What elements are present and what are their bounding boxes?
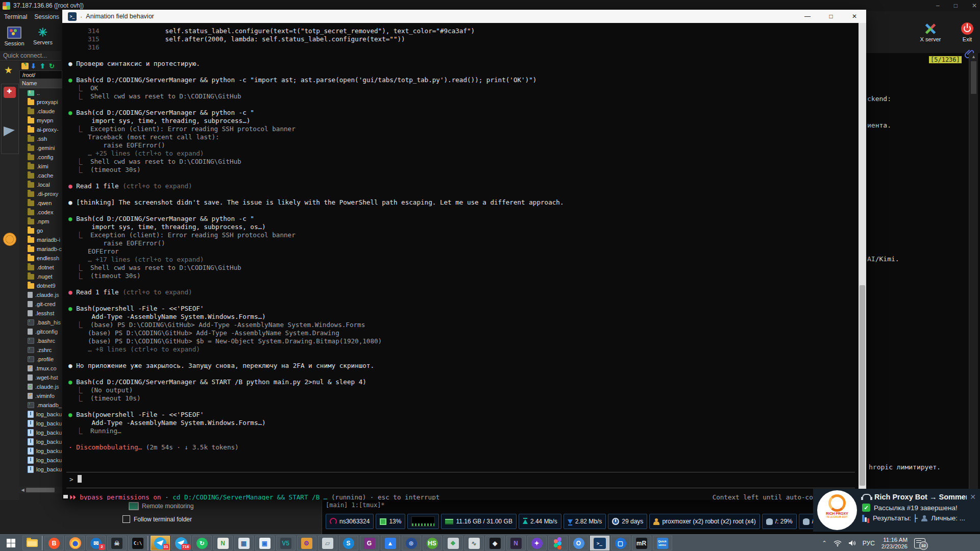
anydesk-button[interactable]: ▢ — [611, 536, 630, 550]
file-row[interactable]: .wget-hst — [19, 373, 62, 382]
file-row[interactable]: .claude.js — [19, 290, 62, 299]
file-row[interactable]: .gemini — [19, 143, 62, 153]
file-row[interactable]: log_backu — [19, 410, 62, 419]
file-row[interactable]: .tmux.co — [19, 364, 62, 373]
telegram-notification[interactable]: RICH PROXY TELEGRAM-BOT Rich Proxy Bot →… — [813, 489, 980, 532]
file-row[interactable]: .kimi — [19, 162, 62, 171]
terminal-scrollbar[interactable] — [859, 23, 866, 500]
firefox-browser-button[interactable] — [65, 536, 85, 550]
close-icon[interactable]: ✕ — [972, 2, 977, 9]
scroll-left-icon[interactable]: ◀ — [19, 488, 26, 492]
photos-app-button[interactable]: ▲ — [381, 536, 400, 550]
parent-folder-icon[interactable] — [21, 63, 29, 69]
monitor-graph-app-button[interactable]: ∿ — [464, 536, 484, 550]
blue-swirl-app-button[interactable]: S — [339, 536, 358, 550]
file-row[interactable]: go — [19, 226, 62, 235]
maximize-icon[interactable]: □ — [954, 2, 958, 9]
file-row[interactable]: .profile — [19, 355, 62, 364]
follow-terminal-folder-option[interactable]: Follow terminal folder — [122, 515, 192, 523]
wifi-icon[interactable] — [834, 540, 842, 546]
sftp-horizontal-scrollbar[interactable]: ◀ — [19, 487, 62, 493]
file-row[interactable]: .qwen — [19, 198, 62, 208]
quick-utmo-button[interactable]: Quick utmo — [653, 536, 672, 550]
file-row[interactable]: .. — [19, 88, 62, 97]
file-row[interactable]: ai-proxy- — [19, 125, 62, 134]
file-row[interactable]: .local — [19, 180, 62, 189]
brave-browser-button[interactable]: B — [44, 536, 64, 550]
proxy-hacker-app-button[interactable]: ☠ — [107, 536, 127, 550]
quick-connect-input[interactable]: Quick connect... — [0, 51, 61, 61]
file-row[interactable]: .config — [19, 153, 62, 162]
telegram-primary-button[interactable]: 31 — [151, 536, 170, 550]
scrollbar-thumb[interactable] — [971, 61, 976, 94]
file-row[interactable]: .gitconfig — [19, 327, 62, 336]
file-row[interactable]: .lesshst — [19, 309, 62, 318]
session-button[interactable]: Session — [0, 22, 29, 50]
scroll-up-icon[interactable]: ▲ — [969, 53, 978, 60]
file-row[interactable]: log_backu — [19, 465, 62, 474]
cube-3d-app-button[interactable]: ◆ — [485, 536, 505, 550]
file-row[interactable]: .ssh — [19, 134, 62, 143]
file-row[interactable]: proxyapi — [19, 97, 62, 107]
file-row[interactable]: log_backu — [19, 446, 62, 456]
thunderbird-mail-button[interactable]: ✉2 — [86, 536, 106, 550]
refresh-icon[interactable]: ↻ — [49, 63, 56, 69]
capture-tools-button[interactable]: ⚙ — [297, 536, 316, 550]
octopus-app-button[interactable]: ⊛ — [402, 536, 421, 550]
maximize-icon[interactable]: □ — [819, 10, 843, 23]
speaker-icon[interactable] — [848, 540, 856, 546]
file-row[interactable]: log_backu — [19, 428, 62, 437]
exit-button[interactable]: Exit — [951, 22, 980, 42]
tray-cl[interactable]: 11:16 AM 2/23/2026 — [881, 537, 908, 550]
moba-terminal-scrollbar[interactable]: ▲ — [969, 53, 978, 500]
file-row[interactable]: dotnet9 — [19, 281, 62, 290]
file-row[interactable]: mariadb-c — [19, 244, 62, 254]
upload-icon[interactable]: ⬆ — [40, 63, 47, 69]
file-row[interactable]: log_backu — [19, 437, 62, 446]
scrollbar-thumb[interactable] — [26, 488, 55, 492]
calculator-button[interactable]: ▦ — [234, 536, 254, 550]
file-row[interactable]: .npm — [19, 217, 62, 226]
file-row[interactable]: .claude — [19, 107, 62, 116]
gom-player-button[interactable]: G — [360, 536, 379, 550]
file-explorer-button[interactable] — [22, 536, 42, 550]
file-row[interactable]: .codex — [19, 208, 62, 217]
start-button[interactable] — [0, 535, 21, 551]
notification-center-icon[interactable]: 32 — [914, 538, 925, 548]
file-row[interactable]: .cache — [19, 171, 62, 180]
mremoteng-button[interactable]: mR — [632, 536, 651, 550]
command-prompt-button[interactable]: C:\ — [128, 536, 148, 550]
telegram-secondary-button[interactable]: 716 — [172, 536, 191, 550]
file-row[interactable]: .mariadb_ — [19, 400, 62, 410]
file-row[interactable]: .bash_his — [19, 318, 62, 327]
sftp-path-input[interactable]: /root/ — [19, 70, 62, 79]
tray-chevron-icon[interactable]: ⌃ — [822, 540, 827, 546]
notepad-plus-plus-button[interactable]: N — [213, 536, 233, 550]
sftp-name-header[interactable]: Name — [19, 79, 62, 88]
remote-monitoring-toggle[interactable]: Remote monitoring — [129, 502, 193, 510]
neovim-button[interactable]: N — [506, 536, 526, 550]
notepad-mirror-button[interactable]: ▱ — [318, 536, 337, 550]
terminal-titlebar[interactable]: >_ · Animation field behavior — □ ✕ — [62, 10, 866, 23]
mobaxterm-button[interactable]: ❖ — [444, 536, 463, 550]
sessions-plane-icon[interactable] — [4, 127, 15, 136]
claude-input-box[interactable]: > — [66, 472, 855, 488]
close-icon[interactable]: ✕ — [970, 493, 976, 501]
network-globe-icon[interactable] — [3, 233, 16, 246]
tools-knife-icon[interactable] — [4, 87, 16, 98]
file-row[interactable]: log_backu — [19, 456, 62, 465]
remote-window-app-button[interactable]: ▣ — [255, 536, 275, 550]
minimize-icon[interactable]: – — [936, 2, 940, 9]
favorites-star-icon[interactable]: ★ — [4, 64, 13, 76]
close-icon[interactable]: ✕ — [843, 10, 866, 23]
file-row[interactable]: .viminfo — [19, 391, 62, 400]
download-icon[interactable]: ⬇ — [31, 63, 38, 69]
language-indicator[interactable]: РУС — [863, 540, 875, 547]
file-row[interactable]: .di-proxy — [19, 189, 62, 198]
file-row[interactable]: myvpn — [19, 116, 62, 125]
menu-terminal[interactable]: Terminal — [4, 13, 27, 20]
menu-sessions[interactable]: Sessions — [34, 13, 59, 20]
heidisql-button[interactable]: HS — [423, 536, 442, 550]
opera-browser-button[interactable]: O — [569, 536, 589, 550]
file-row[interactable]: .bashrc — [19, 336, 62, 345]
